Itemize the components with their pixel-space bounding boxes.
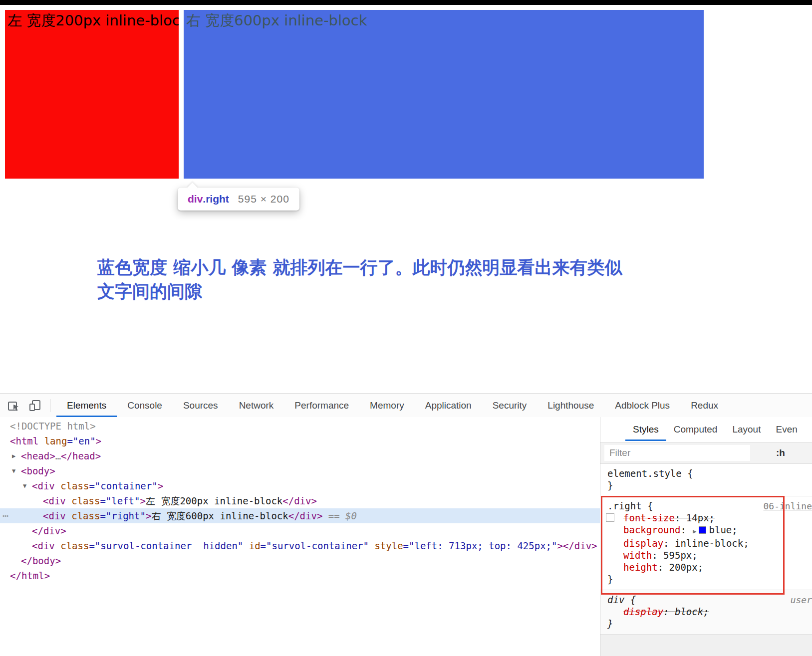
sidebar-tab-bar: StylesComputedLayoutEven	[600, 417, 812, 442]
dom-row-selected[interactable]: ⋯<div class="right">右 宽度600px inline-blo…	[0, 508, 600, 523]
device-toolbar-icon[interactable]	[28, 399, 42, 413]
tab-sources[interactable]: Sources	[173, 394, 229, 417]
tab-application[interactable]: Application	[415, 394, 482, 417]
devtools-toolbar: ElementsConsoleSourcesNetworkPerformance…	[0, 394, 812, 417]
tab-console[interactable]: Console	[117, 394, 173, 417]
dom-row[interactable]: ▶<head>…</head>	[0, 448, 600, 463]
tab-adblock-plus[interactable]: Adblock Plus	[604, 394, 680, 417]
dom-row[interactable]: </div>	[0, 523, 600, 538]
css-property-height[interactable]: height: 200px;	[600, 561, 812, 573]
devtools-panel: ElementsConsoleSourcesNetworkPerformance…	[0, 394, 812, 656]
sidebar-tab-layout[interactable]: Layout	[725, 417, 768, 442]
tooltip-class: .right	[203, 193, 229, 205]
tab-security[interactable]: Security	[482, 394, 538, 417]
annotation-line-1: 蓝色宽度 缩小几 像素 就排列在一行了。此时仍然明显看出来有类似	[97, 255, 622, 279]
dom-row[interactable]: ▼<body>	[0, 463, 600, 478]
left-block-label: 左 宽度200px inline-block	[7, 12, 179, 29]
dom-row[interactable]: <!DOCTYPE html>	[0, 419, 600, 434]
tooltip-dimensions: 595 × 200	[238, 193, 289, 205]
sidebar-tab-computed[interactable]: Computed	[666, 417, 725, 442]
devtools-body: <!DOCTYPE html><html lang="en">▶<head>…<…	[0, 417, 812, 656]
inspect-icon[interactable]	[7, 399, 21, 413]
elements-dom-tree: <!DOCTYPE html><html lang="en">▶<head>…<…	[0, 417, 600, 656]
styles-filter-input[interactable]	[604, 445, 750, 461]
tab-network[interactable]: Network	[229, 394, 284, 417]
right-block-label: 右 宽度600px inline-block	[186, 12, 367, 29]
twisty-expanded-icon[interactable]: ▼	[12, 463, 15, 478]
tab-elements[interactable]: Elements	[56, 394, 117, 417]
property-checkbox[interactable]	[606, 513, 614, 522]
tooltip-tag: div	[188, 193, 203, 205]
sidebar-tab-even[interactable]: Even	[768, 417, 805, 442]
styles-pane-filler	[600, 635, 812, 656]
style-rule-div-user-agent: userdiv {display: block;}	[600, 590, 812, 635]
rule-close-brace: }	[600, 479, 812, 491]
rule-close-brace: }	[600, 618, 812, 630]
sidebar-tab-styles[interactable]: Styles	[625, 417, 666, 442]
dom-row[interactable]: <div class="left">左 宽度200px inline-block…	[0, 493, 600, 508]
rule-selector[interactable]: .right {	[600, 500, 812, 512]
left-inline-block: 左 宽度200px inline-block	[5, 10, 179, 179]
style-rule-element-style: element.style {}	[600, 464, 812, 496]
dom-row[interactable]: <div class="survol-container hidden" id=…	[0, 538, 600, 553]
tab-lighthouse[interactable]: Lighthouse	[537, 394, 604, 417]
css-property-background[interactable]: background: ▶blue;	[600, 524, 812, 537]
rule-selector[interactable]: div {	[600, 594, 812, 606]
dom-row[interactable]: <html lang="en">	[0, 434, 600, 448]
styles-filter-row: :h	[600, 442, 812, 464]
top-black-bar	[0, 0, 812, 5]
tab-redux[interactable]: Redux	[680, 394, 729, 417]
styles-content: element.style {}06-inline.right {font-si…	[600, 464, 812, 656]
style-rule-right-rule: 06-inline.right {font-size: 14px;backgro…	[600, 496, 812, 590]
rule-selector[interactable]: element.style {	[600, 467, 812, 479]
dom-row[interactable]: </body>	[0, 553, 600, 568]
tab-memory[interactable]: Memory	[359, 394, 415, 417]
tab-performance[interactable]: Performance	[284, 394, 359, 417]
expand-shorthand-icon[interactable]: ▶	[693, 528, 696, 535]
css-property-width[interactable]: width: 595px;	[600, 549, 812, 561]
dom-row[interactable]: </html>	[0, 568, 600, 583]
right-inline-block: 右 宽度600px inline-block	[184, 10, 704, 179]
rule-close-brace: }	[600, 573, 812, 585]
inspect-tooltip: div.right 595 × 200	[178, 188, 299, 211]
toolbar-separator	[50, 399, 50, 412]
twisty-collapsed-icon[interactable]: ▶	[12, 448, 15, 463]
pseudo-class-toggle[interactable]: :h	[776, 447, 785, 458]
dom-row-gutter-dots: ⋯	[2, 508, 8, 523]
dom-row[interactable]: ▼<div class="container">	[0, 478, 600, 493]
annotation-text: 蓝色宽度 缩小几 像素 就排列在一行了。此时仍然明显看出来有类似 文字间的间隙	[97, 255, 622, 303]
color-swatch[interactable]	[699, 526, 706, 534]
annotation-line-2: 文字间的间隙	[97, 279, 622, 303]
screen: 左 宽度200px inline-block 右 宽度600px inline-…	[0, 0, 812, 656]
css-property-font-size[interactable]: font-size: 14px;	[600, 512, 812, 524]
devtools-tab-bar: ElementsConsoleSourcesNetworkPerformance…	[56, 394, 729, 417]
css-property-display[interactable]: display: inline-block;	[600, 537, 812, 549]
twisty-expanded-icon[interactable]: ▼	[23, 478, 26, 493]
css-property-display[interactable]: display: block;	[600, 606, 812, 618]
styles-sidebar: StylesComputedLayoutEven :h element.styl…	[600, 417, 812, 656]
